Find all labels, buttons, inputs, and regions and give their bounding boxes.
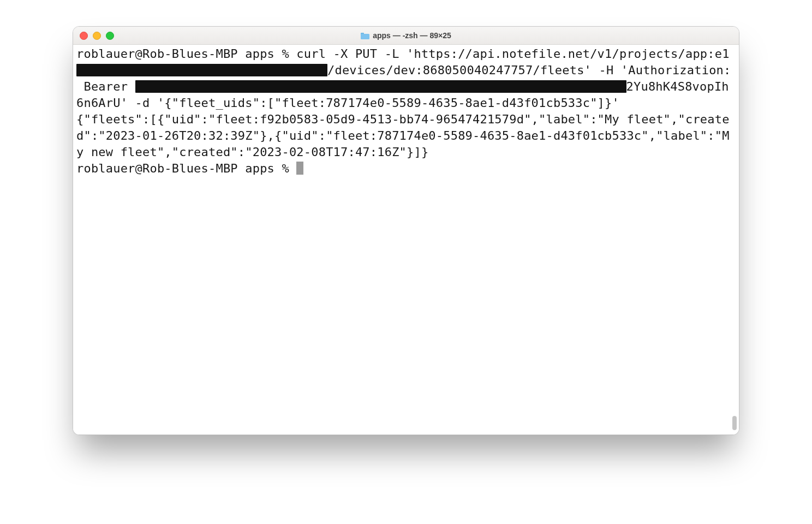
terminal-window: apps — -zsh — 89×25 roblauer@Rob-Blues-M… — [73, 26, 739, 435]
terminal-line: 2Yu8hK4S8vopIh — [626, 80, 729, 93]
terminal-line: {"fleets":[{"uid":"fleet:f92b0583-05d9-4… — [76, 112, 730, 159]
terminal-line: 6n6ArU' -d '{"fleet_uids":["fleet:787174… — [76, 96, 619, 110]
window-title: apps — -zsh — 89×25 — [73, 31, 739, 40]
terminal-line: roblauer@Rob-Blues-MBP apps % — [76, 162, 296, 175]
titlebar[interactable]: apps — -zsh — 89×25 — [73, 27, 739, 45]
folder-icon — [361, 32, 369, 39]
terminal-line: roblauer@Rob-Blues-MBP apps % curl -X PU… — [76, 47, 730, 61]
minimize-icon[interactable] — [93, 32, 101, 40]
traffic-lights — [80, 32, 114, 40]
redacted-block — [135, 80, 626, 93]
terminal-line: Bearer — [76, 80, 135, 93]
maximize-icon[interactable] — [106, 32, 114, 40]
terminal-output[interactable]: roblauer@Rob-Blues-MBP apps % curl -X PU… — [73, 45, 739, 434]
scrollbar-thumb[interactable] — [732, 416, 737, 430]
terminal-line: /devices/dev:868050040247757/fleets' -H … — [327, 63, 731, 77]
cursor-icon — [296, 162, 303, 175]
window-title-text: apps — -zsh — 89×25 — [373, 31, 451, 40]
close-icon[interactable] — [80, 32, 88, 40]
redacted-block — [76, 64, 327, 76]
